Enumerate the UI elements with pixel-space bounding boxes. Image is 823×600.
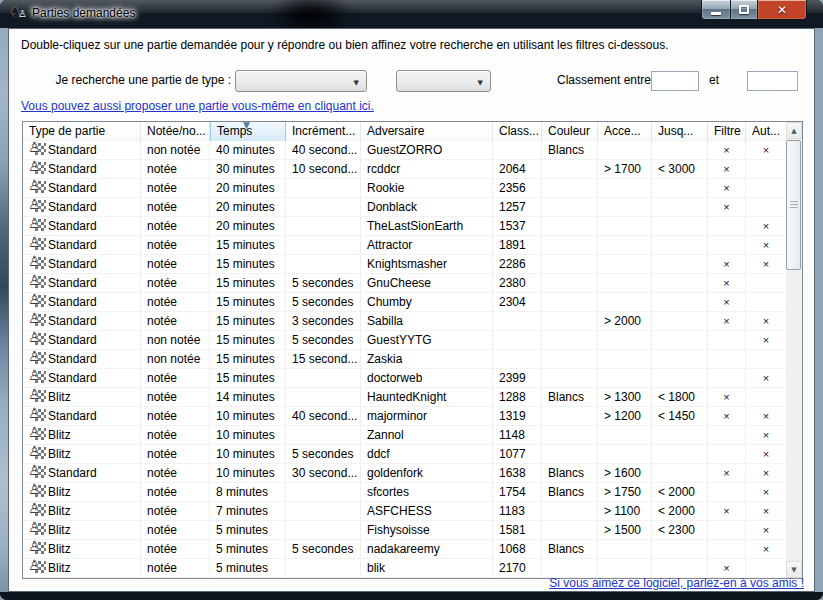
table-row[interactable]: ♙Standardnon notée15 minutes15 second...… (23, 350, 787, 369)
vertical-scrollbar[interactable]: ▲ ▼ (786, 122, 802, 578)
cell-auto (746, 559, 787, 577)
cell-until (652, 540, 708, 558)
table-row[interactable]: ♙Blitznotée10 minutesZannol1148× (23, 426, 787, 445)
cell-until: < 2300 (652, 521, 708, 539)
cell-filter: × (708, 312, 746, 330)
minimize-button[interactable] (701, 0, 731, 20)
column-header-rating[interactable]: Class... (493, 122, 542, 141)
cell-rating: 2064 (493, 160, 542, 178)
column-header-auto[interactable]: Aut... (746, 122, 787, 141)
cell-rating (493, 331, 542, 349)
cell-rating: 1148 (493, 426, 542, 444)
game-type-text: Standard (48, 200, 97, 214)
cell-increment (286, 426, 361, 444)
table-row[interactable]: ♙Standardnon notée40 minutes40 second...… (23, 141, 787, 160)
rating-range-label: Classement entre (557, 73, 651, 87)
cell-increment (286, 502, 361, 520)
cell-type: ♙Blitz (23, 445, 141, 463)
table-row[interactable]: ♙Standardnotée10 minutes40 second...majo… (23, 407, 787, 426)
table-row[interactable]: ♙Blitznotée14 minutesHauntedKnight1288Bl… (23, 388, 787, 407)
cell-time: 30 minutes (210, 160, 286, 178)
table-row[interactable]: ♙Standardnotée20 minutesRookie2356× (23, 179, 787, 198)
cell-type: ♙Blitz (23, 502, 141, 520)
instruction-text: Double-cliquez sur une partie demandée p… (21, 38, 668, 52)
cell-color (542, 426, 598, 444)
table-row[interactable]: ♙Standardnotée15 minutesdoctorweb2399× (23, 369, 787, 388)
table-row[interactable]: ♙Blitznotée10 minutes5 secondesddcf1077× (23, 445, 787, 464)
cell-auto: × (746, 331, 787, 349)
column-header-label: Notée/no... (147, 124, 206, 138)
table-row[interactable]: ♙Blitznotée5 minutesFishysoisse1581> 150… (23, 521, 787, 540)
scrollbar-thumb[interactable] (786, 140, 801, 270)
scroll-up-button[interactable]: ▲ (786, 122, 802, 139)
cell-until (652, 179, 708, 197)
column-header-type[interactable]: Type de partie (23, 122, 141, 141)
table-row[interactable]: ♙Standardnotée15 minutes3 secondesSabill… (23, 312, 787, 331)
pawn-board-icon: ♙ (29, 294, 46, 308)
column-header-accepts[interactable]: Acce... (598, 122, 652, 141)
game-type-label: Je recherche une partie de type : (9, 73, 231, 87)
column-header-opponent[interactable]: Adversaire (361, 122, 493, 141)
column-header-time[interactable]: Temps▼ (210, 122, 286, 141)
rating-min-input[interactable] (651, 71, 699, 91)
column-header-rated[interactable]: Notée/no... (141, 122, 210, 141)
filter-controls: Je recherche une partie de type : ▼ ▼ Cl… (9, 69, 814, 93)
cell-filter: × (708, 198, 746, 216)
cell-opponent: ASFCHESS (361, 502, 493, 520)
table-row[interactable]: ♙Standardnotée10 minutes30 second...gold… (23, 464, 787, 483)
cell-type: ♙Blitz (23, 483, 141, 501)
table-row[interactable]: ♙Standardnotée30 minutes10 second...rcdd… (23, 160, 787, 179)
table-row[interactable]: ♙Standardnotée15 minutes5 secondesChumby… (23, 293, 787, 312)
column-header-color[interactable]: Couleur (542, 122, 598, 141)
table-row[interactable]: ♙Standardnotée20 minutesDonblack1257× (23, 198, 787, 217)
table-row[interactable]: ♙Standardnotée15 minutesAttractor1891× (23, 236, 787, 255)
cell-type: ♙Blitz (23, 388, 141, 406)
table-row[interactable]: ♙Blitznotée5 minutes5 secondesnadakareem… (23, 540, 787, 559)
table-row[interactable]: ♙Standardnon notée15 minutes5 secondesGu… (23, 331, 787, 350)
game-type-text: Blitz (48, 561, 71, 575)
cell-auto: × (746, 217, 787, 235)
cell-increment: 15 second... (286, 350, 361, 368)
cell-color (542, 198, 598, 216)
cell-increment (286, 217, 361, 235)
maximize-button[interactable] (731, 0, 758, 20)
cell-opponent: GuestYYTG (361, 331, 493, 349)
cell-type: ♙Standard (23, 141, 141, 159)
cell-rated: notée (141, 160, 210, 178)
title-bar[interactable]: ♞ ♙ Parties demandées ✕ (0, 0, 823, 28)
share-software-link[interactable]: Si vous aimez ce logiciel, parlez-en à v… (549, 576, 804, 590)
game-subtype-dropdown[interactable]: ▼ (396, 70, 491, 92)
table-row[interactable]: ♙Blitznotée7 minutesASFCHESS1183> 1100< … (23, 502, 787, 521)
game-type-dropdown[interactable]: ▼ (235, 70, 367, 92)
pawn-board-icon: ♙ (29, 256, 46, 270)
cell-rating: 1581 (493, 521, 542, 539)
column-header-until[interactable]: Jusq... (652, 122, 708, 141)
cell-opponent: majorminor (361, 407, 493, 425)
arrow-down-icon: ▼ (791, 566, 796, 574)
cell-until: < 2000 (652, 483, 708, 501)
chevron-down-icon: ▼ (478, 79, 483, 87)
close-button[interactable]: ✕ (758, 0, 807, 20)
cell-rating: 1068 (493, 540, 542, 558)
game-type-text: Standard (48, 352, 97, 366)
cell-type: ♙Standard (23, 312, 141, 330)
cell-auto: × (746, 464, 787, 482)
cell-increment (286, 388, 361, 406)
cell-rating: 1754 (493, 483, 542, 501)
table-row[interactable]: ♙Standardnotée20 minutesTheLastSionEarth… (23, 217, 787, 236)
game-type-text: Standard (48, 257, 97, 271)
cell-auto: × (746, 502, 787, 520)
cell-increment: 40 second... (286, 407, 361, 425)
column-header-filter[interactable]: Filtre (708, 122, 746, 141)
cell-rated: notée (141, 312, 210, 330)
cell-type: ♙Blitz (23, 521, 141, 539)
cell-type: ♙Standard (23, 274, 141, 292)
table-row[interactable]: ♙Blitznotée8 minutessfcortes1754Blancs> … (23, 483, 787, 502)
rating-max-input[interactable] (747, 71, 798, 91)
table-row[interactable]: ♙Standardnotée15 minutesKnightsmasher228… (23, 255, 787, 274)
propose-game-link[interactable]: Vous pouvez aussi proposer une partie vo… (21, 99, 374, 113)
cell-filter (708, 426, 746, 444)
table-row[interactable]: ♙Standardnotée15 minutes5 secondesGnuChe… (23, 274, 787, 293)
column-header-increment[interactable]: Incrément... (286, 122, 361, 141)
cell-accepts: > 1750 (598, 483, 652, 501)
